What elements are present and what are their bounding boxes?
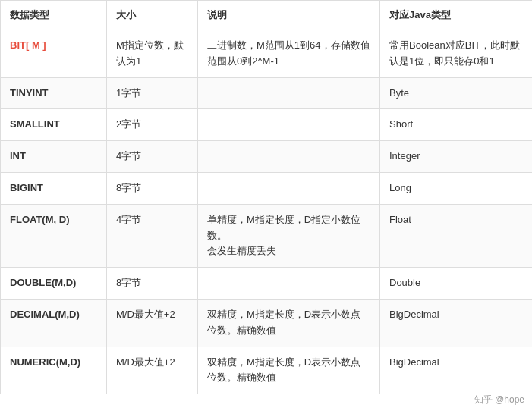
cell-type: BIGINT (1, 172, 107, 204)
table-row: BIT[ M ]M指定位数，默认为1二进制数，M范围从1到64，存储数值范围从0… (1, 30, 533, 78)
header-type: 数据类型 (1, 1, 107, 30)
cell-java: Float (380, 204, 533, 267)
table-row: BIGINT8字节Long (1, 172, 533, 204)
cell-desc (198, 109, 380, 141)
cell-type: INT (1, 141, 107, 173)
cell-type: NUMERIC(M,D) (1, 347, 107, 394)
cell-desc: 单精度，M指定长度，D指定小数位数。会发生精度丢失 (198, 204, 380, 267)
cell-java: 常用Boolean对应BIT，此时默认是1位，即只能存0和1 (380, 30, 533, 78)
cell-java: BigDecimal (380, 347, 533, 394)
cell-type: DECIMAL(M,D) (1, 299, 107, 347)
cell-size: 8字节 (107, 172, 198, 204)
cell-size: 4字节 (107, 141, 198, 173)
cell-size: 4字节 (107, 204, 198, 267)
cell-type: TINYINT (1, 77, 107, 109)
header-size: 大小 (107, 1, 198, 30)
table-row: INT4字节Integer (1, 141, 533, 173)
cell-desc: 双精度，M指定长度，D表示小数点位数。精确数值 (198, 347, 380, 394)
cell-size: 1字节 (107, 77, 198, 109)
table-row: DOUBLE(M,D)8字节Double (1, 268, 533, 300)
table-row: DECIMAL(M,D)M/D最大值+2双精度，M指定长度，D表示小数点位数。精… (1, 299, 533, 347)
cell-size: 8字节 (107, 268, 198, 300)
cell-type: FLOAT(M, D) (1, 204, 107, 267)
cell-desc (198, 77, 380, 109)
cell-java: BigDecimal (380, 299, 533, 347)
data-table: 数据类型 大小 说明 对应Java类型 BIT[ M ]M指定位数，默认为1二进… (0, 0, 532, 394)
cell-desc (198, 268, 380, 300)
cell-type: DOUBLE(M,D) (1, 268, 107, 300)
table-row: NUMERIC(M,D)M/D最大值+2双精度，M指定长度，D表示小数点位数。精… (1, 347, 533, 394)
cell-desc: 二进制数，M范围从1到64，存储数值范围从0到2^M-1 (198, 30, 380, 78)
cell-size: 2字节 (107, 109, 198, 141)
header-desc: 说明 (198, 1, 380, 30)
cell-java: Long (380, 172, 533, 204)
cell-java: Double (380, 268, 533, 300)
cell-size: M/D最大值+2 (107, 299, 198, 347)
cell-size: M指定位数，默认为1 (107, 30, 198, 78)
cell-desc: 双精度，M指定长度，D表示小数点位数。精确数值 (198, 299, 380, 347)
cell-desc (198, 141, 380, 173)
table-header-row: 数据类型 大小 说明 对应Java类型 (1, 1, 533, 30)
cell-java: Integer (380, 141, 533, 173)
cell-size: M/D最大值+2 (107, 347, 198, 394)
header-java: 对应Java类型 (380, 1, 533, 30)
table-row: SMALLINT2字节Short (1, 109, 533, 141)
table-row: TINYINT1字节Byte (1, 77, 533, 109)
table-row: FLOAT(M, D)4字节单精度，M指定长度，D指定小数位数。会发生精度丢失F… (1, 204, 533, 267)
cell-java: Byte (380, 77, 533, 109)
cell-type: BIT[ M ] (1, 30, 107, 78)
cell-desc (198, 172, 380, 204)
cell-java: Short (380, 109, 533, 141)
cell-type: SMALLINT (1, 109, 107, 141)
watermark: 知乎 @hope (474, 394, 524, 406)
